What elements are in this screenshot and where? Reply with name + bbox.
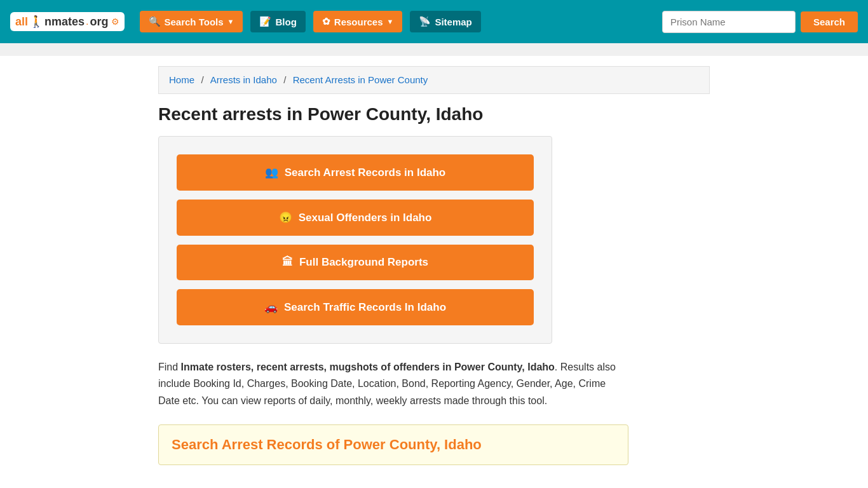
breadcrumb-sep2: / xyxy=(283,74,288,85)
breadcrumb: Home / Arrests in Idaho / Recent Arrests… xyxy=(158,66,710,94)
breadcrumb-arrests-idaho[interactable]: Arrests in Idaho xyxy=(210,74,277,85)
page-title: Recent arrests in Power County, Idaho xyxy=(158,104,710,125)
traffic-records-icon: 🚗 xyxy=(264,301,278,314)
logo-inmates-text: nmates xyxy=(44,15,85,29)
blog-icon: 📝 xyxy=(259,16,271,27)
breadcrumb-home[interactable]: Home xyxy=(169,74,194,85)
search-tools-label: Search Tools xyxy=(165,17,224,27)
traffic-records-label: Search Traffic Records In Idaho xyxy=(284,301,446,314)
resources-icon: ✿ xyxy=(322,16,330,27)
sexual-offenders-button[interactable]: 😠 Sexual Offenders in Idaho xyxy=(177,200,534,236)
blog-button[interactable]: 📝 Blog xyxy=(250,11,305,32)
sexual-offenders-label: Sexual Offenders in Idaho xyxy=(299,212,432,224)
description-bold: Inmate rosters, recent arrests, mugshots… xyxy=(181,362,555,372)
arrest-search-title: Search Arrest Records of Power County, I… xyxy=(172,437,615,453)
background-reports-label: Full Background Reports xyxy=(299,256,428,269)
logo-settings-icon: ⚙ xyxy=(111,17,119,27)
arrest-search-section: Search Arrest Records of Power County, I… xyxy=(158,424,628,465)
action-buttons-card: 👥 Search Arrest Records in Idaho 😠 Sexua… xyxy=(158,136,552,344)
header-search-button[interactable]: Search xyxy=(801,11,858,32)
resources-button[interactable]: ✿ Resources ▼ xyxy=(313,11,403,32)
search-tools-icon: 🔍 xyxy=(149,16,161,27)
resources-chevron-icon: ▼ xyxy=(387,18,394,25)
logo-dot: . xyxy=(86,16,88,27)
sub-header-bar xyxy=(0,43,868,56)
search-tools-button[interactable]: 🔍 Search Tools ▼ xyxy=(140,11,243,32)
site-header: all 🚶 nmates . org ⚙ 🔍 Search Tools ▼ 📝 … xyxy=(0,0,868,43)
header-search-label: Search xyxy=(813,17,845,27)
sitemap-button[interactable]: 📡 Sitemap xyxy=(410,11,480,32)
prison-name-input[interactable] xyxy=(662,11,796,33)
breadcrumb-sep1: / xyxy=(201,74,206,85)
sexual-offenders-icon: 😠 xyxy=(279,211,292,224)
search-arrest-label: Search Arrest Records in Idaho xyxy=(285,166,446,179)
logo[interactable]: all 🚶 nmates . org ⚙ xyxy=(10,12,125,31)
logo-i-icon: 🚶 xyxy=(29,15,43,29)
logo-org-text: org xyxy=(90,15,109,29)
sitemap-icon: 📡 xyxy=(419,16,431,27)
search-tools-chevron-icon: ▼ xyxy=(227,18,234,25)
sitemap-label: Sitemap xyxy=(435,17,471,27)
blog-label: Blog xyxy=(275,17,296,27)
logo-all-text: all xyxy=(15,15,28,29)
search-arrest-icon: 👥 xyxy=(265,166,278,179)
description-paragraph: Find Inmate rosters, recent arrests, mug… xyxy=(158,359,628,409)
description-intro: Find xyxy=(158,362,181,372)
header-search-area: Search xyxy=(662,11,858,33)
resources-label: Resources xyxy=(334,17,383,27)
background-reports-button[interactable]: 🏛 Full Background Reports xyxy=(177,245,534,280)
traffic-records-button[interactable]: 🚗 Search Traffic Records In Idaho xyxy=(177,289,534,325)
background-reports-icon: 🏛 xyxy=(282,256,293,269)
breadcrumb-current[interactable]: Recent Arrests in Power County xyxy=(293,74,428,85)
search-arrest-records-button[interactable]: 👥 Search Arrest Records in Idaho xyxy=(177,154,534,191)
main-content: Home / Arrests in Idaho / Recent Arrests… xyxy=(148,66,720,488)
